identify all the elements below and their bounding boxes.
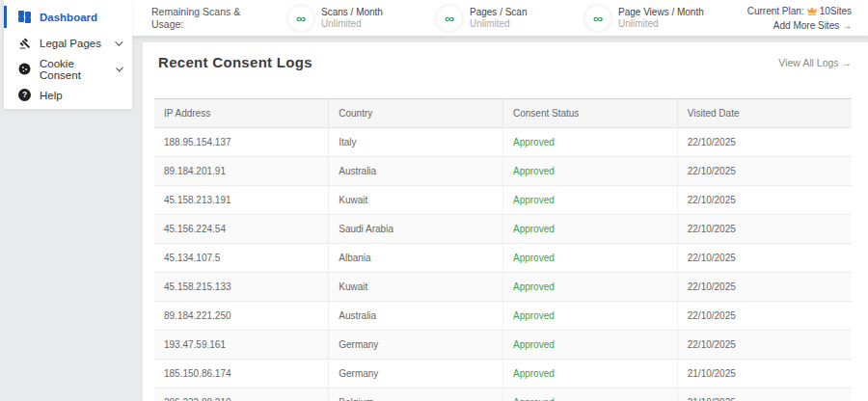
sidebar-item-dashboard[interactable]: Dashboard: [4, 4, 132, 30]
consent-status-cell: Approved: [503, 244, 678, 273]
consent-status-cell: Approved: [503, 331, 678, 360]
ip-address-cell: 193.47.59.161: [154, 331, 329, 360]
stat-label: Pages / Scan: [470, 6, 527, 18]
visited-date-cell: 22/10/2025: [677, 302, 852, 331]
consent-status-cell: Approved: [503, 302, 678, 331]
table-header: IP Address Country Consent Status Visite…: [154, 99, 852, 128]
ip-address-cell: 45.158.215.133: [154, 273, 329, 302]
consent-status-cell: Approved: [503, 360, 678, 388]
visited-date-cell: 22/10/2025: [677, 273, 852, 302]
sidebar-item-label: Help: [40, 90, 63, 101]
table-row: 45.134.107.5AlbaniaApproved22/10/2025: [154, 244, 852, 273]
cookie-icon: [18, 63, 31, 75]
column-header-visited-date: Visited Date: [677, 99, 852, 128]
country-cell: Australia: [329, 302, 503, 331]
country-cell: Kuwait: [329, 186, 503, 215]
sidebar-item-label: Dashboard: [40, 12, 97, 23]
visited-date-cell: 22/10/2025: [677, 128, 852, 157]
table-row: 193.47.59.161GermanyApproved22/10/2025: [154, 331, 852, 360]
visited-date-cell: 21/10/2025: [677, 388, 852, 401]
table-row: 45.158.213.191KuwaitApproved22/10/2025: [154, 186, 852, 215]
visited-date-cell: 22/10/2025: [677, 186, 852, 215]
country-cell: Australia: [329, 157, 503, 186]
add-more-sites-link[interactable]: Add More Sites →: [747, 18, 852, 33]
page-title: Recent Consent Logs: [158, 54, 312, 70]
table-row: 185.150.86.174GermanyApproved21/10/2025: [154, 360, 852, 388]
stat-label: Page Views / Month: [618, 6, 704, 18]
country-cell: Belgium: [329, 388, 503, 401]
column-header-country: Country: [329, 99, 503, 128]
sidebar-item-label: Cookie Consent: [40, 58, 107, 81]
visited-date-cell: 22/10/2025: [677, 157, 852, 186]
ip-address-cell: 45.134.107.5: [154, 244, 329, 273]
visited-date-cell: 22/10/2025: [677, 215, 852, 244]
stat-label: Scans / Month: [321, 6, 383, 18]
country-cell: Albania: [329, 244, 503, 273]
current-plan-value: 10Sites: [820, 4, 852, 18]
table-row: 206.232.88.210BelgiumApproved21/10/2025: [154, 388, 852, 401]
sidebar-item-help[interactable]: ? Help: [4, 82, 132, 108]
current-plan: Current Plan: 10Sites: [747, 4, 852, 18]
table-row: 45.156.224.54Saudi ArabiaApproved22/10/2…: [154, 215, 852, 244]
country-cell: Kuwait: [329, 273, 503, 302]
ip-address-cell: 89.184.201.91: [154, 157, 329, 186]
table-row: 45.158.215.133KuwaitApproved22/10/2025: [154, 273, 852, 302]
panel-header: Recent Consent Logs View All Logs →: [154, 54, 852, 70]
infinity-icon: ∞: [437, 6, 462, 31]
dashboard-icon: [18, 11, 31, 23]
consent-status-cell: Approved: [503, 215, 678, 244]
consent-status-cell: Approved: [503, 388, 678, 401]
consent-log-table: IP Address Country Consent Status Visite…: [154, 98, 852, 401]
table-row: 89.184.221.250AustraliaApproved22/10/202…: [154, 302, 852, 331]
table-row: 188.95.154.137ItalyApproved22/10/2025: [154, 128, 852, 157]
infinity-icon: ∞: [288, 6, 313, 31]
country-cell: Germany: [329, 360, 503, 388]
country-cell: Saudi Arabia: [329, 215, 503, 244]
stat-value: Unlimited: [321, 18, 383, 30]
usage-label: Remaining Scans & Usage:: [151, 6, 248, 31]
ip-address-cell: 188.95.154.137: [154, 128, 329, 157]
visited-date-cell: 22/10/2025: [677, 244, 852, 273]
stat-pages-per-scan: ∞ Pages / Scan Unlimited: [437, 6, 545, 31]
main-panel: Recent Consent Logs View All Logs → IP A…: [143, 42, 868, 401]
chevron-down-icon: [116, 64, 123, 71]
sidebar-item-label: Legal Pages: [40, 38, 101, 49]
gavel-icon: [18, 37, 31, 49]
help-icon: ?: [18, 89, 31, 101]
column-header-consent-status: Consent Status: [503, 99, 678, 128]
stat-value: Unlimited: [618, 18, 704, 30]
plan-block: Current Plan: 10Sites Add More Sites →: [747, 4, 852, 33]
ip-address-cell: 185.150.86.174: [154, 360, 329, 388]
ip-address-cell: 45.156.224.54: [154, 215, 329, 244]
country-cell: Italy: [329, 128, 503, 157]
view-all-logs-link[interactable]: View All Logs →: [778, 57, 852, 68]
visited-date-cell: 22/10/2025: [677, 331, 852, 360]
sidebar: Dashboard Legal Pages Cookie Consent ? H…: [4, 0, 132, 109]
topbar: Remaining Scans & Usage: ∞ Scans / Month…: [132, 0, 868, 36]
ip-address-cell: 206.232.88.210: [154, 388, 329, 401]
stat-page-views-per-month: ∞ Page Views / Month Unlimited: [585, 6, 704, 31]
consent-table-body: 188.95.154.137ItalyApproved22/10/202589.…: [154, 128, 852, 401]
ip-address-cell: 45.158.213.191: [154, 186, 329, 215]
infinity-icon: ∞: [585, 6, 610, 31]
ip-address-cell: 89.184.221.250: [154, 302, 329, 331]
country-cell: Germany: [329, 331, 503, 360]
sidebar-item-cookie-consent[interactable]: Cookie Consent: [4, 56, 132, 82]
column-header-ip: IP Address: [154, 99, 329, 128]
table-row: 89.184.201.91AustraliaApproved22/10/2025: [154, 157, 852, 186]
stat-value: Unlimited: [470, 18, 527, 30]
visited-date-cell: 21/10/2025: [677, 360, 852, 388]
consent-status-cell: Approved: [503, 186, 678, 215]
crown-icon: [807, 7, 817, 15]
current-plan-label: Current Plan:: [747, 4, 804, 18]
consent-status-cell: Approved: [503, 273, 678, 302]
consent-status-cell: Approved: [503, 157, 678, 186]
consent-status-cell: Approved: [503, 128, 678, 157]
chevron-down-icon: [115, 38, 122, 45]
sidebar-item-legal-pages[interactable]: Legal Pages: [4, 30, 132, 56]
stat-scans-per-month: ∞ Scans / Month Unlimited: [288, 6, 396, 31]
